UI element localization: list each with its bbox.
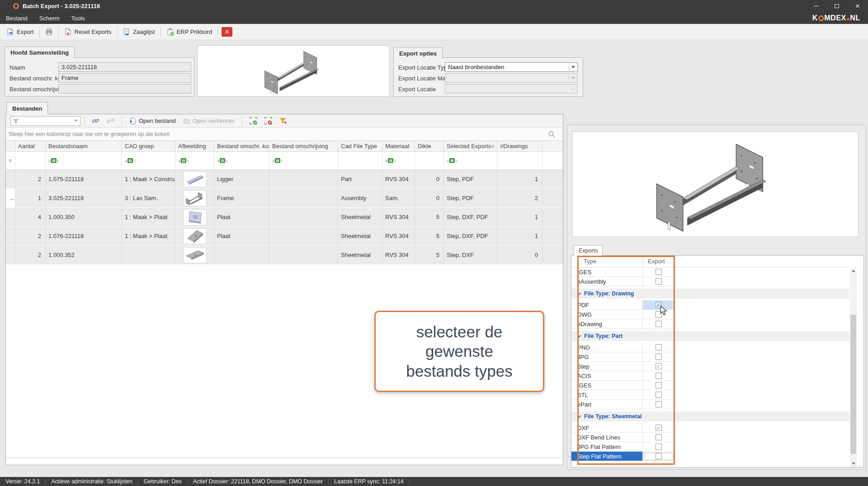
chevron-down-icon[interactable] — [577, 415, 581, 418]
export-type-row[interactable]: Step✓ — [571, 362, 849, 371]
table-row[interactable]: 21.076-2211181 : Maak > PlaatPlaatSheetm… — [6, 227, 563, 246]
print-button[interactable] — [42, 26, 57, 37]
export-checkbox-cell[interactable] — [643, 433, 675, 442]
export-group-header[interactable]: File Type: Part — [571, 331, 849, 341]
reset-exports-button[interactable]: Reset Exports — [61, 26, 115, 37]
export-type-row[interactable]: IGES — [571, 381, 849, 390]
text-filter-icon[interactable]: aBc — [272, 158, 283, 164]
filter-cell-cad_groep[interactable]: aBc — [122, 152, 175, 169]
export-type-label[interactable]: PDF — [571, 300, 643, 310]
filter-cell-thumb[interactable]: aBc — [175, 152, 214, 169]
export-button[interactable]: Export — [3, 26, 38, 37]
column-header-type[interactable]: Type — [571, 256, 643, 267]
export-checkbox-cell[interactable] — [643, 442, 675, 452]
checkbox[interactable] — [656, 373, 662, 379]
filter-cell-materiaal[interactable]: aBc — [382, 152, 415, 169]
export-checkbox-cell[interactable] — [643, 267, 675, 277]
checkbox[interactable] — [656, 278, 662, 285]
filter-cell-cad_file_type[interactable] — [338, 152, 382, 169]
export-group-header[interactable]: File Type: Sheetmetal — [571, 411, 849, 421]
filter-cell-bestandsnaam[interactable]: aBc — [46, 152, 122, 169]
menu-tools[interactable]: Tools — [66, 12, 91, 24]
filter-cell-aantal[interactable] — [15, 152, 46, 169]
tab-export-opties[interactable]: Export opties — [393, 47, 443, 59]
export-type-row[interactable]: IGES — [571, 267, 849, 277]
filter-cell-selected_exports[interactable]: aBc — [444, 152, 497, 169]
export-type-row[interactable]: JPG — [571, 352, 849, 362]
export-type-row[interactable]: Step Flat Pattern→ — [571, 452, 849, 461]
group-by-panel[interactable]: Sleep hier een kolomkop naar toe om te g… — [6, 128, 563, 141]
export-type-row[interactable]: ePart — [571, 400, 849, 409]
export-type-label[interactable]: JPG Flat Pattern — [571, 442, 643, 452]
close-button[interactable]: ✕ — [847, 0, 868, 12]
export-checkbox-cell[interactable] — [643, 319, 675, 329]
export-type-label[interactable]: JPG — [571, 352, 643, 362]
text-filter-icon[interactable]: aBc — [125, 158, 136, 164]
checkbox-checked[interactable]: ✓ — [656, 363, 662, 369]
export-checkbox-cell[interactable] — [643, 352, 675, 362]
export-type-label[interactable]: PNG — [571, 343, 643, 352]
export-type-row[interactable]: DWG — [571, 310, 849, 319]
scroll-down-button[interactable] — [850, 460, 857, 467]
clear-filter-button[interactable] — [276, 114, 291, 127]
export-type-label[interactable]: STL — [571, 390, 643, 400]
export-type-label[interactable]: DWG — [571, 310, 643, 319]
export-checkbox-cell[interactable] — [643, 452, 675, 461]
export-type-row[interactable]: DXF✓ — [571, 423, 849, 433]
filter-cell-drawings[interactable] — [497, 152, 542, 169]
checkbox[interactable] — [656, 354, 662, 360]
omschr-kort-field[interactable]: Frame — [58, 73, 191, 83]
export-type-row[interactable]: ACIS — [571, 371, 849, 381]
checkbox[interactable] — [656, 444, 662, 450]
scroll-up-button[interactable] — [850, 267, 857, 274]
export-type-row[interactable]: JPG Flat Pattern — [571, 442, 849, 452]
checkbox[interactable] — [656, 392, 662, 398]
zaaglijst-button[interactable]: Zaaglijst — [119, 26, 158, 37]
deselect-all-button[interactable] — [261, 114, 276, 127]
export-type-row[interactable]: STL — [571, 390, 849, 400]
table-row[interactable]: 21.000.352SheetmetalRVS 3045Step, DXF0 — [6, 246, 563, 265]
filter-applied-icon[interactable]: ≡ — [491, 143, 494, 150]
column-header-omschrijving[interactable]: Bestand omschrijving — [269, 141, 338, 151]
column-header-drawings[interactable]: #Drawings — [497, 141, 542, 151]
column-header-bestandsnaam[interactable]: Bestandsnaam — [46, 141, 122, 151]
column-header-omschr_kort[interactable]: Bestand omschr. kort — [214, 141, 269, 151]
export-type-label[interactable]: ePart — [571, 400, 643, 409]
checkbox[interactable] — [656, 401, 662, 407]
chevron-down-icon[interactable] — [577, 292, 581, 295]
export-type-label[interactable]: IGES — [571, 267, 643, 277]
export-checkbox-cell[interactable] — [643, 343, 675, 352]
table-row[interactable]: 21.075-2211181 : Maak > Construc...Ligge… — [6, 170, 563, 189]
text-filter-icon[interactable]: aBc — [217, 158, 228, 164]
export-type-label[interactable]: eDrawing — [571, 319, 643, 329]
export-type-label[interactable]: DXF — [571, 423, 643, 433]
column-header-dikte[interactable]: Dikte — [415, 141, 444, 151]
export-type-row[interactable]: DXF Bend Lines — [571, 433, 849, 442]
close-batch-button[interactable]: ✕ — [222, 27, 232, 37]
tab-hoofd-samenstelling[interactable]: Hoofd Samenstelling — [5, 47, 75, 58]
export-type-label[interactable]: ACIS — [571, 371, 643, 381]
column-header-cad_groep[interactable]: CAD groep — [122, 141, 175, 151]
filter-combo[interactable] — [10, 116, 80, 126]
export-type-label[interactable]: IGES — [571, 381, 643, 390]
export-type-row[interactable]: PDF✓ — [571, 300, 849, 310]
export-type-label[interactable]: eAssembly — [571, 277, 643, 286]
export-type-row[interactable]: eDrawing — [571, 319, 849, 329]
export-type-label[interactable]: DXF Bend Lines — [571, 433, 643, 442]
menu-bestand[interactable]: Bestand — [0, 12, 33, 24]
exports-scrollbar[interactable] — [850, 267, 857, 467]
tab-bestanden[interactable]: Bestanden — [6, 102, 48, 114]
maximize-button[interactable] — [826, 0, 847, 12]
column-header-cad_file_type[interactable]: Cad File Type — [338, 141, 382, 151]
checkbox[interactable] — [656, 321, 662, 327]
table-row[interactable]: 41.000.3501 : Maak > PlaatPlaatSheetmeta… — [6, 208, 563, 227]
export-checkbox-cell[interactable]: ✓ — [643, 362, 675, 371]
menu-scherm[interactable]: Scherm — [33, 12, 66, 24]
export-checkbox-cell[interactable] — [643, 400, 675, 409]
checkbox-checked[interactable]: ✓ — [656, 425, 662, 431]
export-type-row[interactable]: PNG — [571, 343, 849, 352]
filter-cell-omschrijving[interactable]: aBc — [269, 152, 338, 169]
scrollbar-thumb[interactable] — [850, 315, 856, 454]
column-header-export[interactable]: Export — [643, 256, 675, 267]
minimize-button[interactable] — [806, 0, 826, 12]
